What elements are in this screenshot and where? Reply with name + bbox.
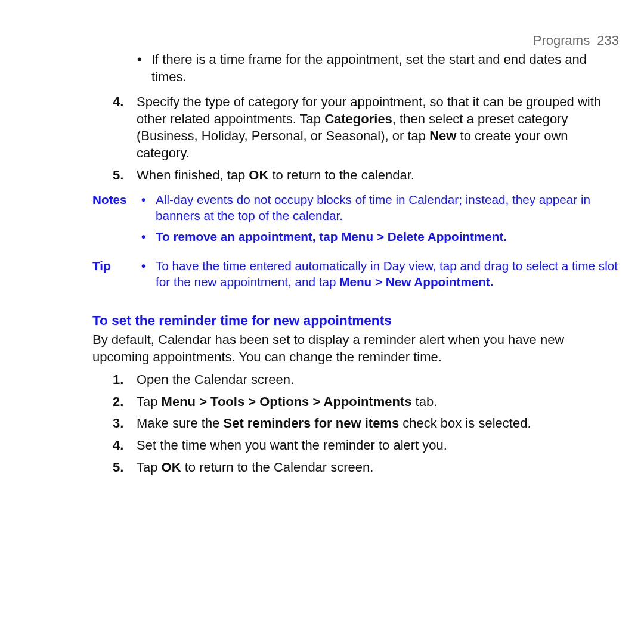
bold-text-run: Menu > New Appointment.: [339, 275, 493, 289]
notes-items: All-day events do not occupy blocks of t…: [141, 192, 619, 250]
step-item: 3.Make sure the Set reminders for new it…: [113, 415, 619, 432]
text-run: Set the time when you want the reminder …: [137, 438, 447, 453]
text-run: check box is selected.: [399, 416, 531, 431]
text-run: .: [503, 230, 507, 243]
page-header: Programs 233: [533, 32, 619, 49]
bold-text-run: Menu > Tools > Options > Appointments: [162, 394, 412, 409]
note-item: All-day events do not occupy blocks of t…: [141, 192, 619, 224]
page-content: If there is a time frame for the appoint…: [92, 51, 619, 476]
bullet-text: If there is a time frame for the appoint…: [151, 52, 587, 84]
manual-page: Programs 233 If there is a time frame fo…: [0, 0, 644, 476]
step-item: 1.Open the Calendar screen.: [113, 371, 619, 389]
text-run: Tap: [137, 460, 162, 475]
text-run: to return to the Calendar screen.: [181, 460, 374, 475]
step-number: 1.: [113, 371, 123, 389]
text-run: When finished, tap: [137, 168, 249, 182]
list-number: 4.: [113, 94, 123, 111]
bold-text-run: OK: [249, 168, 268, 182]
bold-text-run: Categories: [324, 112, 392, 126]
step-number: 2.: [113, 394, 123, 411]
notes-label: Notes: [92, 192, 141, 250]
text-run: to return to the calendar.: [268, 168, 414, 182]
tip-item: To have the time entered automatically i…: [141, 258, 619, 290]
tip-label: Tip: [92, 258, 141, 295]
step-number: 3.: [113, 415, 123, 432]
text-run: Open the Calendar screen.: [137, 372, 294, 387]
tip-items: To have the time entered automatically i…: [141, 258, 619, 295]
continuing-bullet: If there is a time frame for the appoint…: [137, 51, 619, 85]
bold-text-run: New: [429, 128, 456, 143]
bold-text-run: Menu > Delete Appointment: [341, 230, 503, 243]
step-number: 4.: [113, 437, 123, 454]
numbered-list-continued: 4.Specify the type of category for your …: [92, 94, 619, 184]
tip-row: Tip To have the time entered automatical…: [92, 258, 619, 295]
text-run: All-day events do not occupy blocks of t…: [156, 193, 590, 222]
text-run: To remove an appointment, tap: [156, 230, 341, 243]
steps-list: 1.Open the Calendar screen.2.Tap Menu > …: [92, 371, 619, 476]
list-item: 5.When finished, tap OK to return to the…: [113, 167, 619, 184]
bold-text-run: OK: [162, 460, 181, 475]
step-item: 2.Tap Menu > Tools > Options > Appointme…: [113, 394, 619, 411]
bold-text-run: Set reminders for new items: [224, 416, 400, 431]
text-run: Tap: [137, 394, 162, 409]
section-name: Programs: [533, 33, 590, 48]
list-item: 4.Specify the type of category for your …: [113, 94, 619, 162]
text-run: Make sure the: [137, 416, 224, 431]
step-item: 4.Set the time when you want the reminde…: [113, 437, 619, 454]
step-number: 5.: [113, 459, 123, 476]
notes-row: Notes All-day events do not occupy block…: [92, 192, 619, 250]
page-number: 233: [597, 33, 619, 48]
list-number: 5.: [113, 167, 123, 184]
section-heading: To set the reminder time for new appoint…: [92, 312, 619, 329]
intro-paragraph: By default, Calendar has been set to dis…: [92, 332, 619, 366]
step-item: 5.Tap OK to return to the Calendar scree…: [113, 459, 619, 476]
text-run: tab.: [411, 394, 437, 409]
note-item: To remove an appointment, tap Menu > Del…: [141, 229, 619, 245]
